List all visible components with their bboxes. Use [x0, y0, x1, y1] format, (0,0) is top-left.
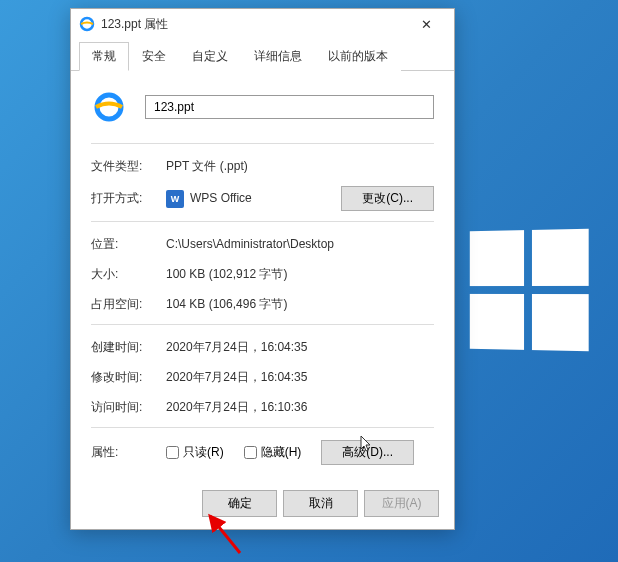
ie-icon [79, 16, 95, 32]
tab-security[interactable]: 安全 [129, 42, 179, 71]
hidden-checkbox[interactable] [244, 446, 257, 459]
size-label: 大小: [91, 266, 166, 283]
dialog-buttons: 确定 取消 应用(A) [202, 490, 439, 517]
filetype-label: 文件类型: [91, 158, 166, 175]
properties-dialog: 123.ppt 属性 ✕ 常规 安全 自定义 详细信息 以前的版本 文件类型: … [70, 8, 455, 530]
window-title: 123.ppt 属性 [101, 16, 406, 33]
change-button[interactable]: 更改(C)... [341, 186, 434, 211]
apply-button[interactable]: 应用(A) [364, 490, 439, 517]
tab-content: 文件类型: PPT 文件 (.ppt) 打开方式: WWPS Office 更改… [71, 71, 454, 485]
close-icon: ✕ [421, 17, 432, 32]
tab-general[interactable]: 常规 [79, 42, 129, 71]
tab-bar: 常规 安全 自定义 详细信息 以前的版本 [71, 41, 454, 71]
accessed-value: 2020年7月24日，16:10:36 [166, 399, 434, 416]
hidden-label: 隐藏(H) [261, 444, 302, 461]
readonly-label: 只读(R) [183, 444, 224, 461]
readonly-checkbox-wrap[interactable]: 只读(R) [166, 444, 224, 461]
divider [91, 427, 434, 428]
diskspace-value: 104 KB (106,496 字节) [166, 296, 434, 313]
ok-button[interactable]: 确定 [202, 490, 277, 517]
attributes-label: 属性: [91, 444, 166, 461]
advanced-button[interactable]: 高级(D)... [321, 440, 414, 465]
hidden-checkbox-wrap[interactable]: 隐藏(H) [244, 444, 302, 461]
diskspace-label: 占用空间: [91, 296, 166, 313]
titlebar: 123.ppt 属性 ✕ [71, 9, 454, 39]
readonly-checkbox[interactable] [166, 446, 179, 459]
close-button[interactable]: ✕ [406, 10, 446, 38]
size-value: 100 KB (102,912 字节) [166, 266, 434, 283]
modified-value: 2020年7月24日，16:04:35 [166, 369, 434, 386]
location-label: 位置: [91, 236, 166, 253]
tab-previous-versions[interactable]: 以前的版本 [315, 42, 401, 71]
filetype-value: PPT 文件 (.ppt) [166, 158, 434, 175]
openwith-value: WWPS Office [166, 190, 341, 208]
accessed-label: 访问时间: [91, 399, 166, 416]
divider [91, 221, 434, 222]
file-ie-icon [91, 89, 127, 125]
wps-icon: W [166, 190, 184, 208]
created-value: 2020年7月24日，16:04:35 [166, 339, 434, 356]
cancel-button[interactable]: 取消 [283, 490, 358, 517]
tab-custom[interactable]: 自定义 [179, 42, 241, 71]
location-value: C:\Users\Administrator\Desktop [166, 237, 434, 251]
windows-logo-background [470, 229, 589, 352]
divider [91, 324, 434, 325]
created-label: 创建时间: [91, 339, 166, 356]
tab-details[interactable]: 详细信息 [241, 42, 315, 71]
divider [91, 143, 434, 144]
filename-input[interactable] [145, 95, 434, 119]
modified-label: 修改时间: [91, 369, 166, 386]
openwith-label: 打开方式: [91, 190, 166, 207]
